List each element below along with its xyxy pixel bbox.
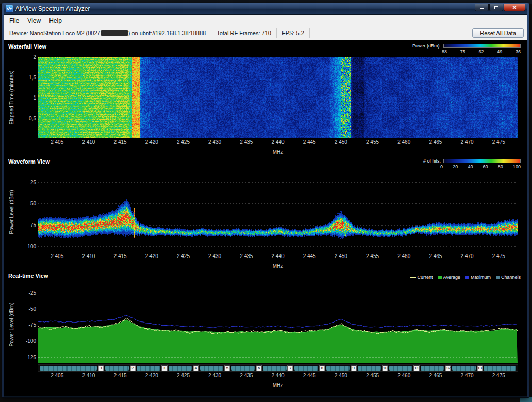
waveform-persistence-plot: [38, 172, 518, 252]
realtime-y-axis-label: Power Level (dBm): [7, 286, 15, 363]
y-tick-label: -125: [26, 354, 36, 360]
legend-label: Channels: [501, 275, 521, 280]
background-corner: [520, 397, 532, 402]
x-tick-label: 2 465: [429, 253, 442, 259]
x-tick-label: 2 405: [51, 373, 63, 378]
y-tick-label: -75: [29, 222, 36, 228]
x-tick-label: 2 415: [114, 139, 127, 145]
x-tick-label: 2 405: [51, 253, 63, 259]
x-tick-label: 2 465: [429, 373, 442, 378]
waveform-plot-area: [38, 172, 518, 252]
menu-file[interactable]: File: [5, 16, 23, 25]
power-legend: Power (dBm): -88-75-62-49-36: [412, 43, 521, 54]
power-legend-tick: -62: [477, 49, 484, 54]
x-tick-label: 2 425: [177, 373, 190, 378]
channel-marker: 2: [130, 365, 136, 371]
waterfall-title: Waterfall View: [8, 43, 46, 50]
x-tick-label: 2 420: [145, 373, 158, 378]
realtime-x-axis-label: MHz: [273, 382, 284, 388]
legend-item-maximum: Maximum: [466, 275, 491, 280]
legend-label: Current: [418, 275, 433, 280]
channel-band: [294, 366, 318, 371]
realtime-line-plot: [38, 286, 518, 363]
power-legend-label: Power (dBm):: [412, 43, 441, 49]
x-tick-label: 2 455: [366, 253, 379, 259]
y-tick-label: -75: [29, 322, 36, 328]
close-icon: ✕: [512, 5, 517, 10]
x-tick-label: 2 410: [82, 139, 95, 145]
x-tick-label: 2 460: [397, 373, 410, 378]
hits-legend-tick: 80: [498, 164, 503, 169]
power-legend-tick: -36: [514, 49, 521, 54]
channel-band: [40, 366, 97, 371]
channel-marker: 12: [445, 365, 451, 371]
x-tick-label: 2 475: [492, 139, 505, 145]
device-bar: Device: NanoStation Loco M2 (0027 ) on u…: [4, 26, 527, 40]
average-swatch-icon: [438, 276, 442, 279]
hits-legend-tick: 0: [440, 164, 443, 169]
app-icon: [6, 5, 13, 12]
x-tick-label: 2 445: [303, 139, 316, 145]
x-tick-label: 2 435: [240, 373, 253, 378]
x-tick-label: 2 425: [177, 253, 190, 259]
channel-marker: 7: [288, 365, 293, 371]
hits-legend: # of hits: 020406080100: [423, 158, 521, 169]
x-tick-label: 2 470: [461, 373, 474, 378]
waterfall-header: Waterfall View Power (dBm): -88-75-62-49…: [7, 42, 524, 57]
minimize-button[interactable]: [475, 4, 489, 11]
device-info-suffix: ) on ubnt://192.168.1.38:18888: [128, 30, 206, 36]
x-tick-label: 2 430: [208, 139, 221, 145]
channel-band: [421, 366, 444, 371]
waveform-y-axis-label: Power Level (dBm): [7, 172, 15, 252]
hits-legend-label: # of hits:: [423, 158, 441, 164]
x-tick-label: 2 475: [492, 253, 505, 259]
x-tick-label: 2 420: [145, 253, 158, 259]
x-tick-label: 2 445: [303, 373, 316, 378]
waveform-x-axis-label: MHz: [273, 263, 284, 269]
x-tick-label: 2 475: [492, 373, 505, 378]
hits-gradient-bar: [443, 159, 521, 163]
channel-band: [105, 366, 128, 371]
x-tick-label: 2 470: [461, 139, 474, 145]
waterfall-y-axis-label: Elapsed Time (minutes): [7, 57, 15, 138]
x-tick-label: 2 450: [335, 373, 347, 378]
menubar: File View Help: [4, 15, 527, 26]
x-tick-label: 2 455: [366, 373, 379, 378]
airview-window: AirView Spectrum Analyzer ✕ File View He…: [2, 3, 529, 398]
maximize-icon: [494, 6, 498, 9]
y-tick-label: 2: [33, 54, 36, 60]
maximize-button[interactable]: [489, 4, 503, 11]
channel-marker: 8: [319, 365, 325, 371]
channel-marker: 13: [477, 365, 483, 371]
y-tick-label: -100: [26, 244, 36, 249]
device-info: Device: NanoStation Loco M2 (0027 ) on u…: [4, 28, 211, 38]
waterfall-y-ticks: 21,510,5: [15, 57, 38, 138]
legend-item-current: Current: [410, 275, 433, 280]
power-legend-tick: -88: [440, 49, 447, 54]
power-legend-tick: -49: [495, 49, 502, 54]
reset-all-data-button[interactable]: Reset All Data: [472, 28, 524, 38]
titlebar[interactable]: AirView Spectrum Analyzer ✕: [4, 3, 527, 14]
x-tick-label: 2 465: [429, 139, 442, 145]
channel-band: [452, 366, 475, 371]
channels-swatch-icon: [496, 276, 500, 279]
channel-band: [263, 366, 286, 371]
realtime-header: Real-time View CurrentAverageMaximumChan…: [7, 271, 524, 286]
x-tick-label: 2 410: [82, 253, 95, 259]
realtime-section: Real-time View CurrentAverageMaximumChan…: [7, 271, 524, 388]
menu-view[interactable]: View: [23, 16, 45, 25]
hits-legend-ticks: 020406080100: [440, 164, 521, 169]
y-tick-label: -100: [26, 338, 36, 344]
channel-band: [137, 366, 160, 371]
close-button[interactable]: ✕: [504, 4, 525, 11]
waterfall-plot-area: [38, 57, 518, 138]
channel-band: [169, 366, 192, 371]
waterfall-spectrogram: [38, 57, 518, 138]
menu-help[interactable]: Help: [45, 16, 66, 25]
x-tick-label: 2 460: [397, 253, 410, 259]
x-tick-label: 2 440: [271, 139, 284, 145]
x-tick-label: 2 450: [335, 139, 347, 145]
x-tick-label: 2 450: [335, 253, 347, 259]
hits-legend-tick: 20: [453, 164, 458, 169]
power-gradient-bar: [443, 44, 521, 48]
